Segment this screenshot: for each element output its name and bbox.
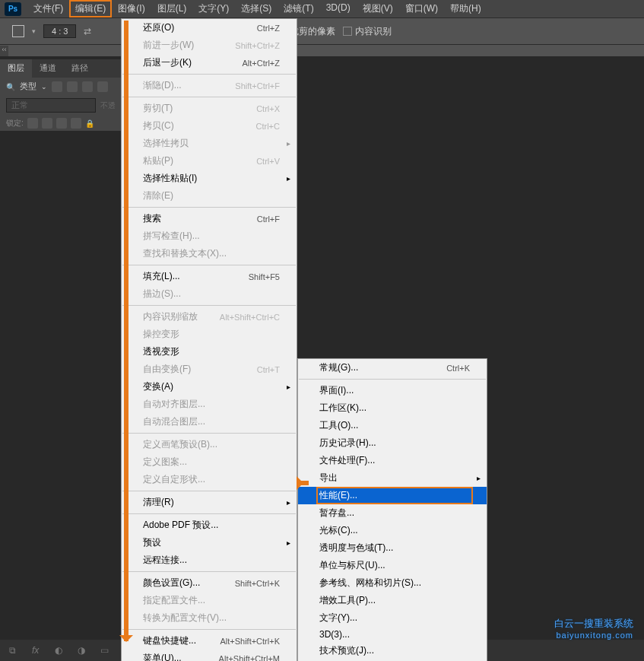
- edit-item-42[interactable]: 键盘快捷键...Alt+Shift+Ctrl+K: [122, 632, 297, 650]
- menu-item-label: 性能(E)...: [319, 489, 357, 502]
- edit-item-38[interactable]: 颜色设置(G)...Shift+Ctrl+K: [122, 574, 297, 592]
- menu-item-label: 变换(A): [143, 380, 173, 393]
- menu-item-label: 描边(S)...: [143, 288, 181, 300]
- edit-item-17[interactable]: 填充(L)...Shift+F5: [122, 268, 297, 285]
- menu-item-label: 前进一步(W): [143, 39, 194, 52]
- edit-item-35[interactable]: 预设: [122, 534, 297, 551]
- menu-item-label: 透视变形: [143, 345, 179, 358]
- edit-item-36[interactable]: 远程连接...: [122, 551, 297, 569]
- filter-shape-icon[interactable]: [97, 81, 108, 92]
- edit-item-2[interactable]: 后退一步(K)Alt+Ctrl+Z: [122, 54, 297, 72]
- prefs-item-13[interactable]: 参考线、网格和切片(S)...: [298, 574, 487, 592]
- prefs-item-12[interactable]: 单位与标尺(U)...: [298, 557, 487, 574]
- menu-item-label: 查找和替换文本(X)...: [143, 247, 227, 260]
- menu-item-label: 工具(O)...: [319, 419, 358, 432]
- prefs-item-14[interactable]: 增效工具(P)...: [298, 592, 487, 609]
- menu-7[interactable]: 3D(D): [320, 0, 357, 17]
- menu-item-label: 菜单(U)...: [143, 652, 182, 661]
- prefs-item-4[interactable]: 工具(O)...: [298, 417, 487, 434]
- prefs-item-7[interactable]: 导出: [298, 469, 487, 487]
- edit-separator: [122, 207, 296, 208]
- edit-item-32[interactable]: 清理(R): [122, 494, 297, 511]
- edit-item-11: 清除(E): [122, 187, 297, 205]
- prefs-item-11[interactable]: 透明度与色域(T)...: [298, 539, 487, 557]
- menu-item-label: 选择性拷贝: [143, 137, 189, 150]
- menu-item-label: 文件处理(F)...: [319, 454, 375, 467]
- menu-5[interactable]: 选择(S): [235, 0, 278, 17]
- menu-1[interactable]: 编辑(E): [69, 0, 112, 17]
- edit-item-0[interactable]: 还原(O)Ctrl+Z: [122, 19, 297, 37]
- blend-mode-select[interactable]: 正常: [6, 98, 96, 113]
- edit-item-8: 选择性拷贝: [122, 135, 297, 152]
- prefs-item-5[interactable]: 历史记录(H)...: [298, 434, 487, 452]
- edit-item-6: 剪切(T)Ctrl+X: [122, 100, 297, 117]
- edit-item-34[interactable]: Adobe PDF 预设...: [122, 516, 297, 534]
- menu-2[interactable]: 图像(I): [112, 0, 151, 17]
- panel-collapse-toggle[interactable]: ‹‹: [0, 46, 8, 56]
- mask-icon[interactable]: ◐: [55, 645, 67, 656]
- swap-icon[interactable]: ⇄: [84, 26, 91, 37]
- lock-label: 锁定:: [6, 118, 24, 129]
- menu-3[interactable]: 图层(L): [151, 0, 193, 17]
- prefs-item-8[interactable]: 性能(E)...: [298, 487, 487, 504]
- lock-icon[interactable]: 🔒: [85, 119, 94, 128]
- edit-item-7: 拷贝(C)Ctrl+C: [122, 117, 297, 135]
- prefs-item-10[interactable]: 光标(C)...: [298, 522, 487, 539]
- menu-item-label: Adobe PDF 预设...: [143, 519, 218, 532]
- prefs-item-6[interactable]: 文件处理(F)...: [298, 452, 487, 469]
- dropdown-arrow-icon[interactable]: ▾: [32, 27, 36, 35]
- prefs-item-2[interactable]: 界面(I)...: [298, 382, 487, 399]
- menu-4[interactable]: 文字(Y): [192, 0, 235, 17]
- menu-10[interactable]: 帮助(H): [444, 0, 487, 17]
- lock-artboard-icon[interactable]: [56, 118, 67, 129]
- edit-separator: [122, 265, 296, 265]
- prefs-item-17[interactable]: 技术预览(J)...: [298, 642, 487, 659]
- edit-item-13[interactable]: 搜索Ctrl+F: [122, 210, 297, 227]
- watermark: 白云一搜重装系统 baiyunxitong.com: [554, 617, 633, 640]
- filter-image-icon[interactable]: [52, 81, 62, 92]
- filter-text-icon[interactable]: [82, 81, 93, 92]
- link-icon[interactable]: ⧉: [9, 645, 21, 656]
- menu-item-label: 自由变换(F): [143, 363, 191, 376]
- menu-item-label: 拷贝(C): [143, 119, 174, 132]
- edit-item-43[interactable]: 菜单(U)...Alt+Shift+Ctrl+M: [122, 650, 297, 661]
- menu-item-shortcut: Alt+Shift+Ctrl+M: [219, 654, 280, 662]
- filter-adjust-icon[interactable]: [67, 81, 78, 92]
- prefs-item-0[interactable]: 常规(G)...Ctrl+K: [298, 359, 487, 377]
- menu-8[interactable]: 视图(V): [357, 0, 399, 17]
- menu-item-label: 后退一步(K): [143, 56, 192, 69]
- menu-item-shortcut: Ctrl+X: [256, 104, 280, 113]
- menu-6[interactable]: 滤镜(T): [278, 0, 319, 17]
- lock-all-icon[interactable]: [71, 118, 81, 129]
- adjustment-icon[interactable]: ◑: [78, 645, 90, 656]
- edit-item-22[interactable]: 透视变形: [122, 343, 297, 361]
- lock-position-icon[interactable]: [42, 118, 52, 129]
- prefs-item-15[interactable]: 文字(Y)...: [298, 609, 487, 627]
- aspect-ratio-input[interactable]: 4 : 3: [43, 24, 76, 38]
- edit-menu: 还原(O)Ctrl+Z前进一步(W)Shift+Ctrl+Z后退一步(K)Alt…: [121, 18, 297, 661]
- edit-item-24[interactable]: 变换(A): [122, 378, 297, 396]
- edit-separator: [122, 491, 296, 491]
- menu-0[interactable]: 文件(F): [27, 0, 69, 17]
- edit-item-25: 自动对齐图层...: [122, 396, 297, 413]
- fx-icon[interactable]: fx: [32, 645, 44, 656]
- tab-layers[interactable]: 图层: [0, 59, 32, 78]
- menu-item-label: 键盘快捷键...: [143, 634, 196, 647]
- lock-pixels-icon[interactable]: [27, 118, 38, 129]
- edit-item-10[interactable]: 选择性粘贴(I): [122, 170, 297, 187]
- opacity-label: 不透: [100, 100, 116, 111]
- group-icon[interactable]: ▭: [100, 645, 113, 656]
- tab-channels[interactable]: 通道: [32, 59, 64, 78]
- prefs-item-9[interactable]: 暂存盘...: [298, 504, 487, 522]
- menu-item-label: 工作区(K)...: [319, 402, 366, 415]
- prefs-item-3[interactable]: 工作区(K)...: [298, 399, 487, 417]
- menu-item-label: 填充(L)...: [143, 270, 180, 283]
- tab-paths[interactable]: 路径: [64, 59, 96, 78]
- edit-item-29: 定义图案...: [122, 453, 297, 471]
- prefs-item-16[interactable]: 3D(3)...: [298, 627, 487, 642]
- menu-item-label: 内容识别缩放: [143, 310, 198, 323]
- content-aware-checkbox[interactable]: 内容识别: [343, 25, 392, 38]
- menu-9[interactable]: 窗口(W): [399, 0, 444, 17]
- crop-tool-icon[interactable]: [12, 25, 24, 37]
- edit-item-9: 粘贴(P)Ctrl+V: [122, 152, 297, 170]
